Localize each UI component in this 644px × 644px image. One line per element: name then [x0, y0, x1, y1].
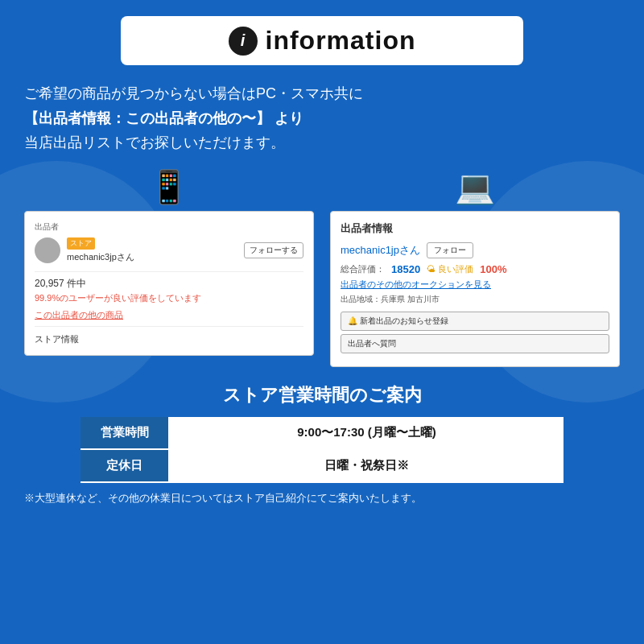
ms-divider1	[35, 271, 303, 272]
main-text-line2: 【出品者情報：この出品者の他の〜】 より	[24, 106, 620, 131]
main-text: ご希望の商品が見つからない場合はPC・スマホ共に 【出品者情報：この出品者の他の…	[24, 81, 620, 155]
business-hours-section: ストア営業時間のご案内 営業時間 9:00〜17:30 (月曜〜土曜) 定休日 …	[24, 383, 620, 506]
ms-rating: 99.9%のユーザーが良い評価をしています	[35, 292, 303, 304]
highlight-text: 【出品者情報：この出品者の他の〜】 より	[24, 110, 303, 126]
ms-seller-info: ストア mechanic3jpさん	[67, 237, 134, 263]
ms-store-info: ストア情報	[35, 330, 303, 345]
ps-location: 出品地域：兵庫県 加古川市	[341, 294, 609, 305]
screenshots-row: 出品者 ストア mechanic3jpさん フォローする 20,957 件中 9…	[24, 168, 620, 367]
ms-label: 出品者	[35, 221, 303, 233]
pc-col: 出品者情報 mechanic1jpさん フォロー 総合評価： 18520 🌤 良…	[330, 168, 620, 367]
biz-title: ストア営業時間のご案内	[24, 383, 620, 407]
mobile-col: 出品者 ストア mechanic3jpさん フォローする 20,957 件中 9…	[24, 168, 314, 356]
ms-avatar	[35, 237, 60, 263]
info-header: i information	[121, 16, 523, 65]
ps-good-pct: 100%	[480, 263, 506, 275]
ps-name-row: mechanic1jpさん フォロー	[341, 242, 609, 258]
main-text-line1: ご希望の商品が見つからない場合はPC・スマホ共に	[24, 81, 620, 106]
ps-header: 出品者情報	[341, 221, 609, 236]
pc-icon	[455, 168, 495, 206]
ms-seller-name: mechanic3jpさん	[67, 251, 134, 263]
ms-divider2	[35, 326, 303, 327]
biz-row-holiday: 定休日 日曜・祝祭日※	[80, 449, 564, 482]
biz-value-holiday: 日曜・祝祭日※	[169, 449, 564, 482]
ps-rating-label: 総合評価：	[341, 263, 385, 275]
ps-notify-button[interactable]: 🔔 新着出品のお知らせ登録	[341, 312, 609, 331]
ms-follow-button[interactable]: フォローする	[244, 242, 303, 258]
ms-seller-link[interactable]: この出品者の他の商品	[35, 309, 303, 321]
ps-question-button[interactable]: 出品者へ質問	[341, 334, 609, 353]
biz-row-hours: 営業時間 9:00〜17:30 (月曜〜土曜)	[80, 417, 564, 449]
main-text-line3: 当店出品リストでお探しいただけます。	[24, 130, 620, 155]
ps-seller-name: mechanic1jpさん	[341, 243, 420, 258]
biz-label-holiday: 定休日	[80, 449, 169, 482]
ps-rating-num: 18520	[391, 263, 420, 275]
main-container: i information ご希望の商品が見つからない場合はPC・スマホ共に 【…	[0, 0, 644, 522]
ps-follow-button[interactable]: フォロー	[427, 242, 473, 258]
phone-icon	[149, 168, 189, 206]
info-icon: i	[229, 27, 258, 56]
ms-count: 20,957 件中	[35, 277, 303, 291]
pc-screenshot: 出品者情報 mechanic1jpさん フォロー 総合評価： 18520 🌤 良…	[330, 211, 620, 367]
biz-table: 営業時間 9:00〜17:30 (月曜〜土曜) 定休日 日曜・祝祭日※	[80, 417, 564, 483]
biz-label-hours: 営業時間	[80, 417, 169, 449]
biz-value-hours: 9:00〜17:30 (月曜〜土曜)	[169, 417, 564, 449]
mobile-screenshot: 出品者 ストア mechanic3jpさん フォローする 20,957 件中 9…	[24, 211, 314, 356]
biz-note: ※大型連休など、その他の休業日についてはストア自己紹介にてご案内いたします。	[24, 491, 620, 506]
ps-good-label: 🌤 良い評価	[427, 263, 473, 275]
ps-rating-row: 総合評価： 18520 🌤 良い評価 100%	[341, 263, 609, 275]
page-title: information	[266, 26, 416, 56]
ps-auction-link[interactable]: 出品者のその他のオークションを見る	[341, 279, 609, 291]
ms-store-badge: ストア	[67, 237, 95, 250]
ms-store-row: ストア mechanic3jpさん フォローする	[35, 237, 303, 263]
